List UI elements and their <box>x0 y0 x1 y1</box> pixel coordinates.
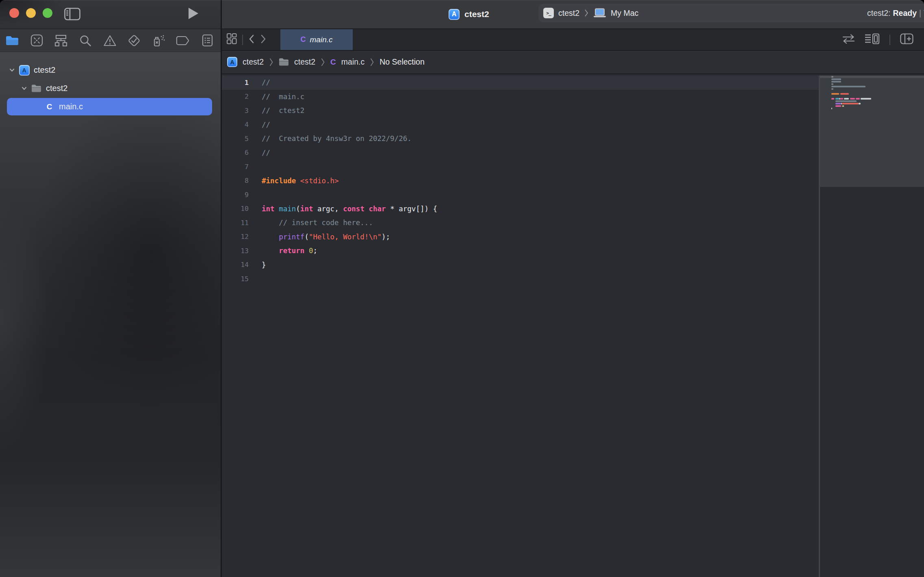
activity-status[interactable]: ctest2:Ready|Today at 19:54 <box>867 9 924 18</box>
code-line-12[interactable]: 12 printf("Hello, World!\n"); <box>222 230 819 244</box>
disclosure-chevron-icon[interactable] <box>7 67 16 73</box>
status-state-label: Ready <box>893 9 917 17</box>
zoom-window-button[interactable] <box>43 8 52 18</box>
test-navigator-icon[interactable] <box>127 33 141 48</box>
find-navigator-icon[interactable] <box>78 33 92 48</box>
scheme-destination-menu[interactable]: My Mac <box>611 9 638 18</box>
code-text: // <box>262 149 270 157</box>
code-line-3[interactable]: 3// ctest2 <box>222 104 819 118</box>
minimap-line-fragment <box>831 78 841 80</box>
jumpbar-item[interactable]: ctest2 <box>243 57 264 67</box>
code-text: // ctest2 <box>262 106 304 115</box>
line-number[interactable]: 15 <box>222 275 249 283</box>
code-line-5[interactable]: 5// Created by 4nsw3r on 2022/9/26. <box>222 132 819 146</box>
tree-item-ctest2[interactable]: ctest2 <box>0 79 221 98</box>
disclosure-chevron-icon[interactable] <box>20 85 28 91</box>
source-control-navigator-icon[interactable] <box>30 33 43 48</box>
project-navigator-sidebar: Actest2ctest2Cmain.c <box>0 52 221 577</box>
tab-label: main.c <box>310 35 333 44</box>
toolbar: A ctest2 >_ ctest2 My Mac ctest2:Ready|T… <box>222 0 924 28</box>
line-number[interactable]: 14 <box>222 261 249 269</box>
report-navigator-icon[interactable] <box>200 33 214 48</box>
chevron-right-icon <box>321 58 325 67</box>
code-area[interactable]: 1//2// main.c3// ctest24//5// Created by… <box>222 76 819 286</box>
debug-navigator-icon[interactable] <box>152 33 165 48</box>
toggle-sidebar-icon[interactable] <box>64 8 80 22</box>
minimap-line-fragment <box>856 98 860 100</box>
line-number[interactable]: 13 <box>222 247 249 255</box>
chevron-right-icon <box>269 58 273 67</box>
code-text: #include <stdio.h> <box>262 177 339 185</box>
code-line-8[interactable]: 8#include <stdio.h> <box>222 174 819 188</box>
source-editor[interactable]: 1//2// main.c3// ctest24//5// Created by… <box>222 76 924 577</box>
minimap-line-fragment <box>861 98 871 100</box>
code-line-4[interactable]: 4// <box>222 118 819 132</box>
code-line-1[interactable]: 1// <box>222 76 819 90</box>
code-line-7[interactable]: 7 <box>222 160 819 174</box>
line-number[interactable]: 3 <box>222 107 249 115</box>
code-line-2[interactable]: 2// main.c <box>222 90 819 104</box>
code-line-6[interactable]: 6// <box>222 146 819 160</box>
tree-item-ctest2[interactable]: Actest2 <box>0 61 221 79</box>
minimize-window-button[interactable] <box>26 8 36 18</box>
line-number[interactable]: 12 <box>222 233 249 241</box>
tree-item-main.c[interactable]: Cmain.c <box>0 98 221 116</box>
chevron-right-icon <box>584 9 588 17</box>
jumpbar-item[interactable]: No Selection <box>380 57 425 67</box>
code-line-13[interactable]: 13 return 0; <box>222 244 819 258</box>
line-number[interactable]: 8 <box>222 177 249 184</box>
folder-icon <box>279 58 289 66</box>
run-button[interactable] <box>188 7 199 22</box>
code-text: // <box>262 78 270 87</box>
minimap-line-fragment <box>840 98 843 100</box>
line-number[interactable]: 1 <box>222 79 249 87</box>
go-forward-icon[interactable] <box>260 34 267 46</box>
minimap-line-fragment <box>842 103 859 104</box>
code-line-9[interactable]: 9 <box>222 188 819 202</box>
code-line-11[interactable]: 11 // insert code here... <box>222 216 819 230</box>
add-editor-icon[interactable] <box>900 33 913 46</box>
symbol-navigator-icon[interactable] <box>54 33 68 48</box>
line-number[interactable]: 10 <box>222 205 249 213</box>
navigator-icon-bar <box>0 28 221 52</box>
minimap-line-fragment <box>831 93 839 95</box>
jumpbar-item[interactable]: ctest2 <box>294 57 315 67</box>
minimap-line-fragment <box>850 98 855 100</box>
project-navigator-icon[interactable] <box>5 33 19 48</box>
code-line-10[interactable]: 10int main(int argc, const char * argv[]… <box>222 202 819 216</box>
sidebar-editor-divider[interactable] <box>221 0 222 577</box>
scheme-target-menu[interactable]: ctest2 <box>558 9 579 18</box>
window-title: ctest2 <box>464 9 489 19</box>
code-text: // insert code here... <box>262 219 373 227</box>
minimap-line-fragment <box>835 103 841 104</box>
minimap-current-line <box>820 76 924 78</box>
code-line-14[interactable]: 14} <box>222 258 819 272</box>
jumpbar-item[interactable]: main.c <box>341 57 364 67</box>
divider <box>242 35 243 45</box>
line-number[interactable]: 6 <box>222 149 249 156</box>
folder-icon <box>31 84 42 93</box>
terminal-scheme-icon: >_ <box>543 8 554 18</box>
line-number[interactable]: 7 <box>222 163 249 171</box>
code-text: } <box>262 261 266 269</box>
tab-main-c[interactable]: C main.c <box>280 29 353 50</box>
minimap-line-fragment <box>840 93 849 95</box>
tab-overview-icon[interactable] <box>227 33 237 46</box>
issue-navigator-icon[interactable] <box>103 33 117 48</box>
line-number[interactable]: 9 <box>222 191 249 199</box>
line-number[interactable]: 2 <box>222 93 249 100</box>
line-number[interactable]: 5 <box>222 135 249 143</box>
close-window-button[interactable] <box>9 8 19 18</box>
code-review-icon[interactable] <box>842 34 855 46</box>
code-text: // <box>262 121 270 129</box>
minimap[interactable] <box>820 76 924 577</box>
xcode-window: A ctest2 >_ ctest2 My Mac ctest2:Ready|T… <box>0 0 924 577</box>
code-line-15[interactable]: 15 <box>222 272 819 286</box>
minimap-line-fragment <box>831 76 833 78</box>
line-number[interactable]: 11 <box>222 219 249 227</box>
editor-options-icon[interactable] <box>865 33 880 46</box>
go-back-icon[interactable] <box>248 34 255 46</box>
breakpoint-navigator-icon[interactable] <box>176 33 190 48</box>
line-number[interactable]: 4 <box>222 121 249 128</box>
code-text: int main(int argc, const char * argv[]) … <box>262 205 437 213</box>
